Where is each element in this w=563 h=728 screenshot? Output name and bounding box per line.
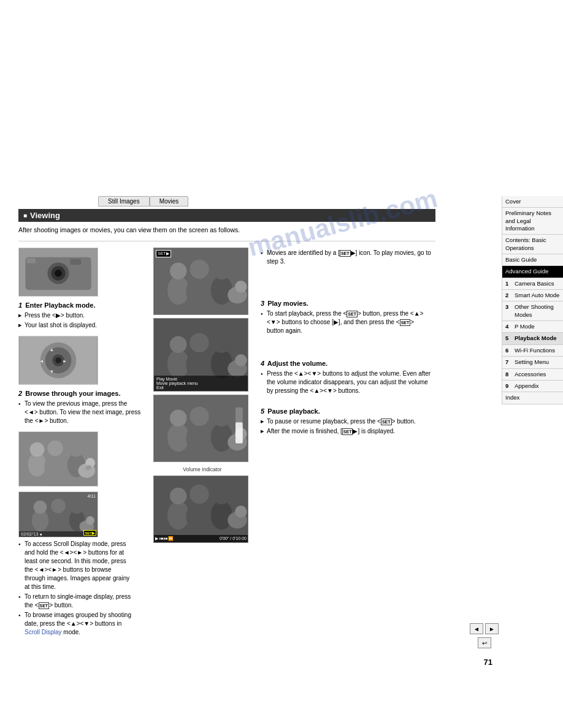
sidebar-item-camera-basics[interactable]: 1 Camera Basics (502, 278, 563, 290)
svg-text:►: ► (63, 358, 67, 364)
sidebar-item-wifi[interactable]: 6 Wi-Fi Functions (502, 345, 563, 357)
step-5: 5 Pause playback. To pause or resume pla… (261, 408, 432, 436)
sidebar-item-contents[interactable]: Contents: Basic Operations (502, 235, 563, 254)
scroll-display-box: 4/11 02/02/'13 ● SET▶ (18, 491, 98, 537)
svg-point-68 (190, 484, 209, 503)
photo-box-main (18, 431, 98, 487)
sidebar-item-other-shooting[interactable]: 3 Other Shooting Modes (502, 301, 563, 321)
step-5-title: 5 Pause playback. (261, 408, 432, 415)
svg-point-37 (170, 262, 186, 279)
step-3: 3 Play movies. To start playback, press … (261, 300, 432, 335)
svg-point-43 (235, 281, 247, 293)
svg-point-22 (69, 442, 84, 457)
step-3-top-bullet: Movies are identified by a [SET▶] icon. … (261, 249, 432, 266)
playback-controls: ▶ ⏮⏭⏩ 0'00" / 0'10:00 (154, 535, 248, 542)
image-counter: 4/11 (87, 494, 96, 498)
sidebar-item-cover[interactable]: Cover (502, 196, 563, 208)
svg-point-58 (211, 423, 232, 452)
sidebar-num-3: 3 (505, 303, 513, 311)
tab-movies[interactable]: Movies (150, 196, 189, 207)
nav-next-button[interactable]: ► (485, 623, 499, 634)
sidebar-item-setting[interactable]: 7 Setting Menu (502, 357, 563, 368)
step-2-title: 2 Browse through your images. (18, 390, 141, 397)
svg-text:▲: ▲ (49, 347, 54, 352)
bullet-scroll: To access Scroll Display mode, press and… (18, 540, 132, 591)
sidebar-num-5: 5 (505, 335, 513, 342)
svg-point-54 (167, 423, 189, 452)
svg-point-69 (211, 501, 232, 529)
svg-point-41 (213, 262, 230, 279)
step-4-bullets: Press the <▲><▼> buttons to adjust the v… (261, 370, 432, 395)
nav-prev-button[interactable]: ◄ (470, 623, 483, 634)
screen-image-1: SET▶ (153, 248, 248, 315)
camera-image-1 (18, 248, 98, 297)
svg-point-28 (34, 501, 47, 514)
svg-point-34 (86, 517, 94, 525)
main-content: Still Images Movies Viewing After shooti… (18, 196, 503, 638)
bullet-single: To return to single-image display, press… (18, 593, 132, 610)
svg-point-20 (47, 441, 63, 457)
steps-right-column: Movies are identified by a [SET▶] icon. … (261, 248, 432, 543)
content-columns: 1 Enter Playback mode. Press the <▶> but… (18, 248, 435, 638)
sidebar-item-accessories[interactable]: 8 Accessories (502, 369, 563, 381)
svg-point-11 (55, 357, 61, 363)
step-3-bullet-1: To start playback, press the <SET> butto… (261, 309, 432, 335)
svg-point-67 (186, 501, 212, 532)
sidebar-item-preliminary[interactable]: Preliminary Notes and Legal Information (502, 208, 563, 235)
sidebar-num-6: 6 (505, 347, 513, 354)
step-5-bullet-1: To pause or resume playback, press the <… (261, 417, 432, 426)
tab-still-images[interactable]: Still Images (98, 196, 150, 207)
svg-point-57 (190, 406, 209, 425)
screen-images-column: SET▶ (153, 248, 251, 543)
section-title: Viewing (30, 211, 60, 220)
person-photo-main (19, 432, 98, 486)
movie-overlay: Play MovieMovie playback menuExit (154, 376, 248, 391)
right-column: SET▶ (153, 248, 435, 638)
svg-point-29 (48, 510, 68, 534)
step-3-top-bullet-item: Movies are identified by a [SET▶] icon. … (261, 249, 432, 266)
sidebar-item-playback[interactable]: 5 Playback Mode (502, 333, 563, 344)
svg-point-40 (211, 276, 232, 305)
nav-down-button[interactable]: ↩ (478, 637, 491, 648)
svg-text:◄: ◄ (39, 358, 44, 364)
svg-point-46 (170, 336, 187, 353)
svg-point-55 (170, 409, 186, 426)
sidebar-item-p-mode[interactable]: 4 P Mode (502, 321, 563, 333)
set-bottom-icon: SET▶ (83, 528, 96, 536)
svg-point-49 (211, 349, 232, 378)
svg-point-48 (190, 333, 209, 352)
bullet-grouped: To browse images grouped by shooting dat… (18, 611, 132, 637)
step-4-title: 4 Adjust the volume. (261, 360, 432, 367)
sidebar-num-2: 2 (505, 292, 513, 299)
svg-point-65 (167, 501, 189, 529)
sidebar-item-basic-guide[interactable]: Basic Guide (502, 254, 563, 266)
step-3-title: 3 Play movies. (261, 300, 432, 307)
step-5-bullets: To pause or resume playback, press the <… (261, 417, 432, 436)
scroll-display-link[interactable]: Scroll Display (25, 629, 62, 635)
step-1-bullet-1: Press the <▶> button. (18, 311, 141, 320)
svg-point-72 (235, 506, 247, 518)
step-4-bullet-1: Press the <▲><▼> buttons to adjust the v… (261, 370, 432, 395)
step-2-bullet-1: To view the previous image, press the <◄… (18, 400, 141, 425)
sidebar-num-8: 8 (505, 371, 513, 378)
divider (18, 241, 435, 241)
step-3-bullets: To start playback, press the <SET> butto… (261, 309, 432, 335)
svg-point-50 (213, 336, 231, 353)
set-play-icon-top: SET▶ (156, 250, 171, 257)
nav-bottom: ◄ ► ↩ (470, 623, 499, 648)
sidebar-item-smart-auto[interactable]: 2 Smart Auto Mode (502, 290, 563, 301)
right-images-layout: SET▶ (153, 248, 435, 543)
left-column: 1 Enter Playback mode. Press the <▶> but… (18, 248, 141, 638)
nav-arrows: ◄ ► (470, 623, 499, 634)
sidebar-item-appendix[interactable]: 9 Appendix (502, 381, 563, 392)
sidebar-item-index[interactable]: Index (502, 392, 563, 404)
svg-rect-63 (236, 422, 243, 443)
sidebar-num-4: 4 (505, 323, 513, 330)
sidebar-item-advanced-guide[interactable]: Advanced Guide (502, 266, 563, 278)
section-header: Viewing (18, 209, 435, 222)
svg-point-52 (235, 354, 247, 366)
svg-point-36 (167, 276, 189, 305)
svg-text:▼: ▼ (49, 369, 54, 374)
svg-point-56 (186, 423, 212, 454)
bottom-bullets: To access Scroll Display mode, press and… (18, 540, 132, 637)
